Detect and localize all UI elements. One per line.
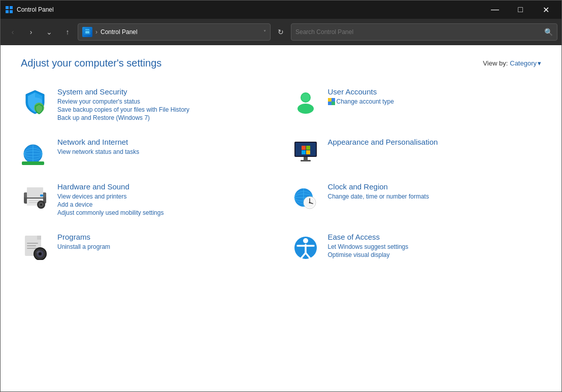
hardware-sound-links: View devices and printers Add a device A… bbox=[57, 193, 271, 216]
category-hardware-sound: Hardware and Sound View devices and prin… bbox=[21, 178, 271, 220]
programs-title[interactable]: Programs bbox=[57, 233, 271, 241]
window-title: Control Panel bbox=[17, 6, 483, 13]
svg-rect-25 bbox=[302, 146, 306, 150]
network-internet-content: Network and Internet View network status… bbox=[57, 138, 271, 155]
hardware-sound-content: Hardware and Sound View devices and prin… bbox=[57, 182, 271, 216]
add-device-link[interactable]: Add a device bbox=[57, 201, 271, 208]
view-by-value-text: Category bbox=[510, 59, 537, 67]
ease-of-access-links: Let Windows suggest settings Optimise vi… bbox=[328, 243, 542, 258]
page-header: Adjust your computer's settings View by:… bbox=[21, 57, 541, 69]
clock-region-links: Change date, time or number formats bbox=[328, 193, 542, 200]
minimize-button[interactable]: — bbox=[483, 1, 507, 19]
system-security-title[interactable]: System and Security bbox=[57, 87, 271, 96]
visual-display-link[interactable]: Optimise visual display bbox=[328, 251, 542, 258]
page-title: Adjust your computer's settings bbox=[21, 57, 161, 69]
app-icon bbox=[5, 5, 14, 14]
category-ease-of-access: Ease of Access Let Windows suggest setti… bbox=[291, 228, 542, 265]
ease-of-access-title[interactable]: Ease of Access bbox=[328, 233, 542, 241]
change-account-link[interactable]: Change account type bbox=[328, 98, 542, 107]
dropdown-button[interactable]: ⌄ bbox=[41, 24, 57, 40]
svg-rect-54 bbox=[27, 245, 36, 246]
svg-rect-37 bbox=[40, 194, 43, 197]
svg-rect-12 bbox=[328, 98, 332, 102]
svg-rect-28 bbox=[306, 150, 310, 154]
backup-restore-link[interactable]: Back up and Restore (Windows 7) bbox=[57, 114, 271, 121]
view-by-label: View by: bbox=[483, 59, 508, 67]
system-security-content: System and Security Review your computer… bbox=[57, 87, 271, 121]
programs-icon bbox=[21, 233, 49, 261]
svg-point-10 bbox=[297, 104, 314, 114]
appearance-content: Appearance and Personalisation bbox=[328, 138, 542, 148]
maximize-button[interactable]: □ bbox=[509, 1, 532, 19]
svg-point-59 bbox=[39, 252, 42, 255]
back-button[interactable]: ‹ bbox=[5, 24, 21, 40]
category-user-accounts: User Accounts Change account type bbox=[291, 83, 542, 125]
svg-rect-29 bbox=[304, 157, 308, 160]
network-internet-icon bbox=[21, 138, 49, 166]
network-status-link[interactable]: View network status and tasks bbox=[57, 148, 271, 155]
category-programs: Programs Uninstall a program bbox=[21, 228, 271, 265]
view-by-dropdown[interactable]: Category ▾ bbox=[510, 59, 541, 67]
clock-region-content: Clock and Region Change date, time or nu… bbox=[328, 182, 542, 200]
categories-grid: System and Security Review your computer… bbox=[21, 83, 541, 265]
view-by-control: View by: Category ▾ bbox=[483, 59, 541, 67]
user-accounts-content: User Accounts Change account type bbox=[328, 87, 542, 107]
svg-rect-3 bbox=[10, 10, 13, 13]
forward-button[interactable]: › bbox=[23, 24, 39, 40]
up-button[interactable]: ↑ bbox=[59, 24, 76, 40]
mobility-settings-link[interactable]: Adjust commonly used mobility settings bbox=[57, 209, 271, 216]
system-security-links: Review your computer's status Save backu… bbox=[57, 98, 271, 121]
category-network-internet: Network and Internet View network status… bbox=[21, 134, 271, 170]
search-icon[interactable]: 🔍 bbox=[544, 28, 553, 36]
user-accounts-icon bbox=[291, 87, 320, 116]
svg-rect-30 bbox=[301, 160, 311, 161]
main-content: Adjust your computer's settings View by:… bbox=[1, 45, 561, 391]
hardware-sound-icon bbox=[21, 182, 49, 211]
uninstall-link[interactable]: Uninstall a program bbox=[57, 243, 271, 250]
network-internet-title[interactable]: Network and Internet bbox=[57, 138, 271, 146]
appearance-title[interactable]: Appearance and Personalisation bbox=[328, 138, 542, 146]
network-internet-links: View network status and tasks bbox=[57, 148, 271, 155]
svg-rect-26 bbox=[306, 146, 310, 150]
hardware-sound-title[interactable]: Hardware and Sound bbox=[57, 182, 271, 191]
user-accounts-links: Change account type bbox=[328, 98, 542, 107]
svg-rect-15 bbox=[332, 102, 335, 105]
user-accounts-title[interactable]: User Accounts bbox=[328, 87, 542, 96]
svg-rect-13 bbox=[332, 98, 335, 102]
address-chevron[interactable]: ˅ bbox=[263, 29, 266, 35]
svg-point-62 bbox=[303, 238, 308, 243]
close-button[interactable]: ✕ bbox=[534, 1, 557, 19]
file-history-link[interactable]: Save backup copies of your files with Fi… bbox=[57, 106, 271, 113]
svg-rect-27 bbox=[302, 150, 306, 154]
address-icon bbox=[82, 27, 92, 37]
svg-rect-1 bbox=[10, 6, 13, 9]
refresh-button[interactable]: ↻ bbox=[273, 24, 289, 40]
svg-rect-55 bbox=[27, 248, 37, 249]
clock-region-title[interactable]: Clock and Region bbox=[328, 182, 542, 191]
date-time-link[interactable]: Change date, time or number formats bbox=[328, 193, 542, 200]
category-appearance: Appearance and Personalisation bbox=[291, 134, 542, 170]
programs-content: Programs Uninstall a program bbox=[57, 233, 271, 250]
appearance-icon bbox=[291, 138, 320, 166]
svg-point-11 bbox=[302, 93, 310, 102]
search-input[interactable] bbox=[295, 28, 541, 36]
svg-rect-14 bbox=[328, 102, 332, 105]
review-status-link[interactable]: Review your computer's status bbox=[57, 98, 271, 105]
title-bar: Control Panel — □ ✕ bbox=[1, 1, 561, 19]
svg-rect-2 bbox=[6, 10, 9, 13]
address-separator: › bbox=[95, 28, 97, 36]
system-security-icon bbox=[21, 87, 49, 116]
navigation-bar: ‹ › ⌄ ↑ › Control Panel ˅ ↻ 🔍 bbox=[1, 19, 561, 45]
view-devices-link[interactable]: View devices and printers bbox=[57, 193, 271, 200]
svg-rect-52 bbox=[37, 236, 41, 240]
ease-of-access-icon bbox=[291, 233, 320, 261]
window-controls: — □ ✕ bbox=[483, 1, 557, 19]
address-bar[interactable]: › Control Panel ˅ bbox=[78, 23, 271, 41]
svg-rect-0 bbox=[6, 6, 9, 9]
ease-of-access-content: Ease of Access Let Windows suggest setti… bbox=[328, 233, 542, 258]
category-system-security: System and Security Review your computer… bbox=[21, 83, 271, 125]
suggest-settings-link[interactable]: Let Windows suggest settings bbox=[328, 243, 542, 250]
search-bar[interactable]: 🔍 bbox=[291, 23, 557, 41]
programs-links: Uninstall a program bbox=[57, 243, 271, 250]
svg-point-40 bbox=[40, 204, 42, 206]
